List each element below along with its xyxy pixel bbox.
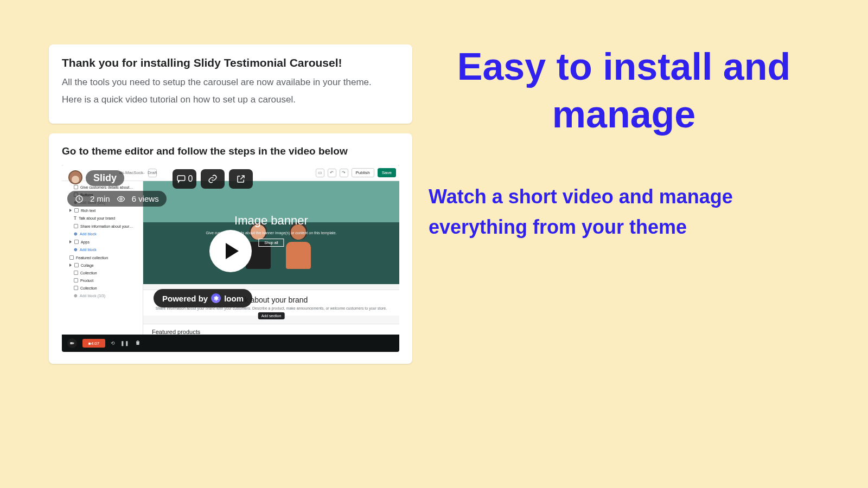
- clock-icon: [75, 195, 84, 203]
- list-item[interactable]: Product: [62, 277, 143, 284]
- copy-link-button[interactable]: [201, 169, 225, 189]
- publish-button[interactable]: Publish: [352, 168, 374, 177]
- left-column: Thank you for installing Slidy Testimoni…: [49, 44, 412, 374]
- add-block[interactable]: ⊕Add block: [62, 246, 143, 254]
- list-item[interactable]: Rich text: [62, 207, 143, 214]
- device-desktop-icon[interactable]: ▭: [316, 169, 324, 177]
- marketing-headline: Easy to install and manage: [429, 43, 819, 138]
- powered-by-loom-badge[interactable]: Powered by loom: [154, 289, 252, 307]
- marketing-block: Easy to install and manage Watch a short…: [429, 43, 819, 242]
- pause-icon[interactable]: ❚❚: [120, 341, 129, 346]
- loom-title: Slidy: [86, 170, 124, 186]
- loom-logo-icon: [211, 293, 221, 303]
- add-block[interactable]: ⊕Add block: [62, 230, 143, 238]
- list-item[interactable]: Collection: [62, 269, 143, 277]
- save-button[interactable]: Save: [378, 168, 396, 177]
- loom-meta-chip: 2 min 6 views: [67, 191, 167, 207]
- list-item[interactable]: Featured collection: [62, 254, 143, 261]
- external-link-icon: [236, 174, 246, 184]
- list-item[interactable]: Collection: [62, 284, 143, 292]
- restart-icon[interactable]: ⟲: [111, 341, 115, 346]
- comment-icon: [176, 174, 186, 184]
- loom-views: 6 views: [132, 194, 159, 203]
- draft-badge: Draft: [148, 169, 157, 177]
- intro-line2: Here is a quick video tutorial on how to…: [62, 94, 399, 105]
- loom-duration: 2 min: [90, 194, 110, 203]
- intro-line1: All the tools you need to setup the caro…: [62, 77, 399, 88]
- list-item[interactable]: Apps: [62, 238, 143, 246]
- intro-card: Thank you for installing Slidy Testimoni…: [49, 44, 412, 124]
- list-item[interactable]: TTalk about your brand: [62, 214, 143, 222]
- list-item[interactable]: Share information about your…: [62, 222, 143, 230]
- play-button[interactable]: [209, 230, 252, 272]
- open-external-button[interactable]: [229, 169, 253, 189]
- shop-all-button[interactable]: Shop all: [258, 239, 284, 247]
- undo-icon[interactable]: ↶: [328, 169, 336, 177]
- loom-bottom-controls: ■ 4:07 ⟲ ❚❚: [62, 335, 399, 352]
- loom-embed[interactable]: ds-MacSock- Draft ▭ ↶ ↷ Publish Save Giv…: [62, 165, 399, 352]
- video-card-heading: Go to theme editor and follow the steps …: [62, 145, 399, 157]
- comments-button[interactable]: 0: [173, 169, 196, 189]
- loom-actions: 0: [173, 169, 253, 189]
- list-item[interactable]: Collage: [62, 261, 143, 269]
- trash-icon[interactable]: [135, 339, 141, 347]
- link-icon: [208, 174, 218, 184]
- presenter-avatar: [68, 170, 82, 184]
- editor-sidebar: Give customers details about… Buttons ⊕A…: [62, 181, 143, 352]
- svg-rect-0: [177, 176, 185, 181]
- redo-icon[interactable]: ↷: [340, 169, 348, 177]
- svg-point-2: [120, 198, 122, 200]
- add-block[interactable]: ⊕Add block (3/3): [62, 292, 143, 300]
- svg-rect-3: [70, 342, 73, 344]
- eye-icon: [117, 195, 125, 203]
- intro-title: Thank you for installing Slidy Testimoni…: [62, 56, 399, 69]
- rec-timestamp: ■ 4:07: [82, 339, 105, 348]
- editor-canvas: Image banner Give customers details abou…: [143, 181, 399, 352]
- marketing-sub: Watch a short video and manage everythin…: [429, 182, 819, 242]
- banner-sub: Give customers details about the banner …: [143, 231, 399, 235]
- image-banner: Image banner Give customers details abou…: [143, 181, 399, 284]
- video-card: Go to theme editor and follow the steps …: [49, 133, 412, 364]
- camera-icon[interactable]: [67, 338, 77, 348]
- add-section-button[interactable]: Add section: [258, 312, 285, 319]
- banner-title: Image banner: [143, 214, 399, 228]
